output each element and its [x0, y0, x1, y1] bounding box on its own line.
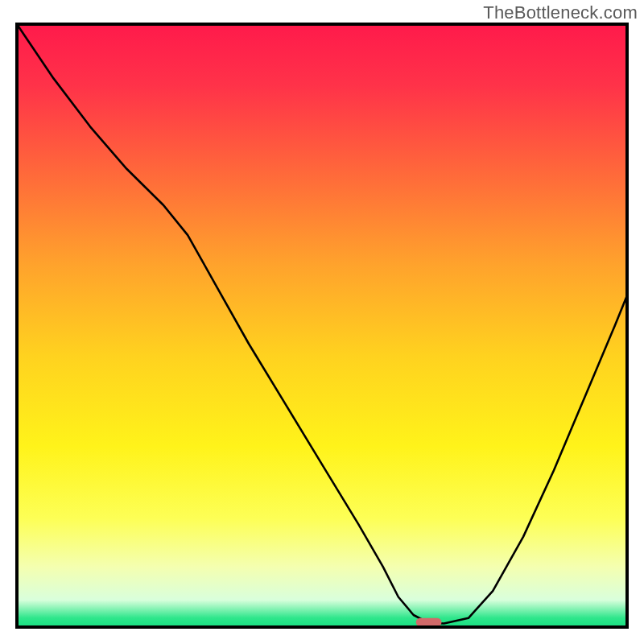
gradient-background: [17, 24, 627, 627]
chart-container: TheBottleneck.com: [0, 0, 644, 644]
optimum-marker: [416, 618, 442, 627]
bottleneck-chart: [0, 0, 644, 644]
watermark-text: TheBottleneck.com: [483, 2, 638, 23]
